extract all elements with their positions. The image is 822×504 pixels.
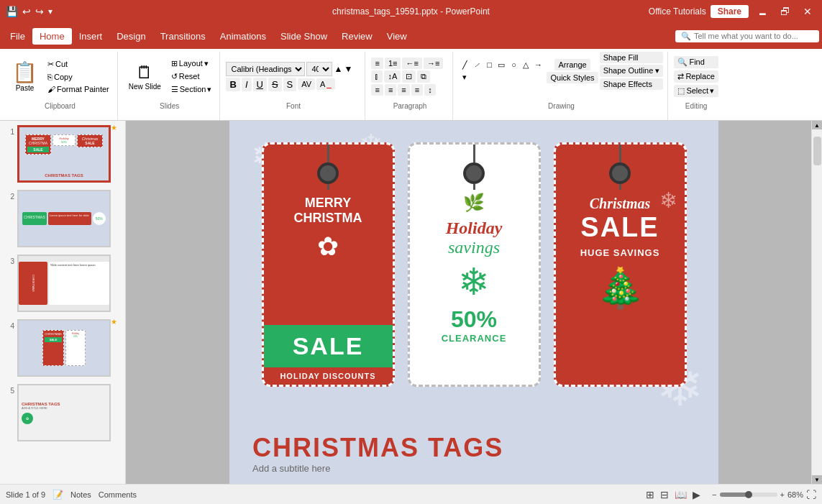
tag-1[interactable]: MERRY CHRISTMA ✿ SALE HOLIDAY DISCOUNTS: [262, 142, 395, 387]
align-left-button[interactable]: ≡: [371, 84, 383, 96]
help-search-input[interactable]: [694, 32, 809, 40]
slide-image-5[interactable]: CHRISTMAS TAGS ADD A TITLE HERE ✿: [17, 384, 111, 441]
menu-file[interactable]: File: [3, 28, 32, 45]
align-right-button[interactable]: ≡: [398, 84, 409, 96]
right-scrollbar[interactable]: ▲ ▼: [811, 121, 822, 484]
scroll-thumb[interactable]: [813, 137, 821, 165]
slide-thumb-2[interactable]: 2 CHRISTMAS Lorem ipsum text here for sl…: [3, 188, 122, 249]
increase-font-icon[interactable]: ▲: [334, 64, 342, 74]
underline-button[interactable]: U: [253, 78, 267, 91]
numbering-button[interactable]: 1≡: [385, 58, 401, 69]
canvas-area[interactable]: ❄ ❄ ❄ ❄ MERRY CHRISTMA ✿ SAL: [126, 121, 822, 484]
save-icon[interactable]: 💾: [6, 6, 18, 17]
line2-shape[interactable]: ⟋: [471, 59, 483, 70]
smartart-button[interactable]: ⧉: [417, 70, 430, 83]
reading-view-icon[interactable]: 📖: [675, 489, 687, 500]
char-spacing-button[interactable]: AV: [298, 78, 315, 90]
menu-slideshow[interactable]: Slide Show: [273, 28, 334, 45]
shape-outline-button[interactable]: Shape Outline ▾: [600, 65, 664, 77]
slide-image-2[interactable]: CHRISTMAS Lorem ipsum text here for slid…: [17, 190, 111, 247]
quick-styles-button[interactable]: Quick Styles: [547, 72, 598, 83]
replace-button[interactable]: ⇄ Replace: [674, 70, 718, 83]
find-button[interactable]: 🔍 Find: [674, 56, 718, 68]
rounded-rect-shape[interactable]: ▭: [496, 59, 507, 70]
tag1-discount-text: HOLIDAY DISCOUNTS: [264, 372, 393, 380]
bullets-button[interactable]: ≡: [371, 58, 383, 69]
scroll-up-button[interactable]: ▲: [812, 121, 822, 129]
rect-shape[interactable]: □: [483, 59, 495, 70]
reset-icon: ↺: [171, 72, 178, 81]
close-button[interactable]: ✕: [799, 4, 816, 19]
triangle-shape[interactable]: △: [520, 59, 531, 70]
tag-2[interactable]: 🌿 Holiday savings ❄ 50% CLEARANCE: [408, 142, 541, 387]
customize-icon[interactable]: ▾: [48, 6, 52, 17]
circle-shape[interactable]: ○: [508, 59, 519, 70]
slide-thumb-4[interactable]: 4 ★ CHRISTMASSALE Holiday 50%: [3, 318, 122, 378]
font-color-button[interactable]: A_: [316, 78, 334, 90]
menu-animations[interactable]: Animations: [213, 28, 273, 45]
zoom-in-button[interactable]: +: [780, 490, 785, 499]
bold-button[interactable]: B: [226, 78, 239, 91]
select-button[interactable]: ⬚ Select ▾: [674, 85, 718, 97]
reset-button[interactable]: ↺ Reset: [168, 70, 216, 83]
slide-thumb-1[interactable]: 1 ★ MERRYCHRISTMA SALE Holiday: [3, 124, 122, 184]
slide-num-3: 3: [4, 255, 14, 265]
zoom-level[interactable]: 68%: [787, 490, 803, 499]
line-shape[interactable]: ╱: [459, 59, 470, 70]
slide-notes-button[interactable]: Notes: [70, 490, 91, 499]
slideshow-view-icon[interactable]: ▶: [693, 489, 700, 500]
slide-thumb-3[interactable]: 3 CHRISTMAS Slide content text here lore…: [3, 253, 122, 313]
columns-button[interactable]: ⫿: [371, 70, 383, 83]
slide-sorter-icon[interactable]: ⊟: [660, 489, 669, 500]
scroll-down-button[interactable]: ▼: [812, 475, 822, 484]
font-size-select[interactable]: 40: [306, 62, 332, 76]
layout-button[interactable]: ⊞ Layout ▾: [168, 58, 216, 70]
zoom-slider[interactable]: [720, 492, 777, 497]
line-spacing-button[interactable]: ↕: [424, 84, 436, 96]
menu-view[interactable]: View: [380, 28, 414, 45]
decrease-indent-button[interactable]: ←≡: [402, 58, 421, 69]
align-text-button[interactable]: ⊡: [402, 70, 416, 83]
slide-image-4[interactable]: CHRISTMASSALE Holiday 50%: [17, 319, 111, 377]
decrease-font-icon[interactable]: ▼: [344, 64, 352, 74]
slide-image-1[interactable]: MERRYCHRISTMA SALE Holiday 50% Christmas…: [17, 125, 111, 183]
increase-indent-button[interactable]: →≡: [424, 58, 443, 69]
cut-button[interactable]: ✂ Cut: [44, 58, 113, 70]
normal-view-icon[interactable]: ⊞: [646, 489, 654, 500]
restore-button[interactable]: 🗗: [776, 4, 795, 19]
arrow-shape[interactable]: →: [532, 59, 544, 70]
zoom-out-button[interactable]: −: [712, 490, 716, 499]
fit-window-button[interactable]: ⛶: [806, 489, 816, 500]
more-shapes[interactable]: ▾: [459, 71, 470, 83]
slide-image-3[interactable]: CHRISTMAS Slide content text here lorem …: [17, 255, 111, 312]
menu-insert[interactable]: Insert: [72, 28, 110, 45]
slide-thumb-5[interactable]: 5 CHRISTMAS TAGS ADD A TITLE HERE ✿: [3, 382, 122, 443]
text-direction-button[interactable]: ↕A: [384, 70, 401, 83]
center-button[interactable]: ≡: [385, 84, 396, 96]
font-name-select[interactable]: Calibri (Headings): [226, 62, 305, 76]
italic-button[interactable]: I: [242, 78, 252, 91]
new-slide-button[interactable]: 🗒 New Slide: [124, 58, 166, 96]
strikethrough-button[interactable]: S: [268, 78, 282, 91]
office-tutorials-link[interactable]: Office Tutorials: [649, 6, 706, 17]
undo-icon[interactable]: ↩: [22, 6, 31, 17]
shape-effects-button[interactable]: Shape Effects: [600, 78, 664, 90]
paste-button[interactable]: 📋 Paste: [7, 58, 42, 95]
minimize-button[interactable]: 🗕: [753, 4, 772, 19]
arrange-button[interactable]: Arrange: [554, 59, 590, 70]
shape-fill-button[interactable]: Shape Fill: [600, 52, 664, 63]
comments-button[interactable]: Comments: [99, 490, 137, 499]
justify-button[interactable]: ≡: [411, 84, 423, 96]
redo-icon[interactable]: ↪: [35, 6, 44, 17]
zoom-handle[interactable]: [745, 491, 752, 498]
format-painter-button[interactable]: 🖌 Format Painter: [44, 83, 113, 95]
menu-review[interactable]: Review: [334, 28, 380, 45]
menu-home[interactable]: Home: [32, 28, 72, 45]
copy-button[interactable]: ⎘ Copy: [44, 71, 113, 83]
share-button[interactable]: Share: [711, 5, 749, 18]
menu-design[interactable]: Design: [109, 28, 152, 45]
shadow-button[interactable]: S: [283, 78, 297, 91]
menu-transitions[interactable]: Transitions: [153, 28, 213, 45]
tag-3[interactable]: ❄ Christmas SALE HUGE SAVINGS 🎄: [554, 142, 687, 387]
section-button[interactable]: ☰ Section ▾: [168, 83, 216, 96]
